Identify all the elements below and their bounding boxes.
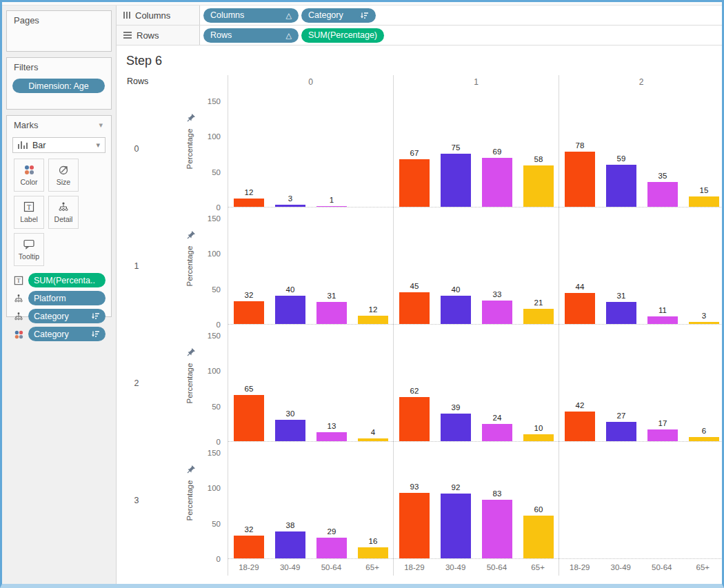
- pin-icon[interactable]: [187, 347, 196, 359]
- y-axis-title: Percentage: [185, 480, 194, 521]
- x-axis-label[interactable]: 50-64: [476, 563, 518, 576]
- bar-mark[interactable]: [275, 296, 305, 324]
- x-axis-label[interactable]: 50-64: [311, 563, 352, 576]
- x-axis-label[interactable]: 65+: [517, 563, 559, 576]
- worksheet-canvas: Step 6 Rows0120150100500Percentage123167…: [117, 45, 722, 584]
- x-axis-label[interactable]: 30-49: [601, 563, 642, 576]
- filter-pill-label: Dimension: Age: [28, 81, 89, 91]
- bar-mark[interactable]: [358, 438, 388, 441]
- bar-mark[interactable]: [316, 432, 347, 441]
- bar-mark[interactable]: [275, 531, 305, 558]
- bar-mark[interactable]: [316, 302, 347, 324]
- label-button[interactable]: T Label: [14, 196, 44, 229]
- trellis-pane: 1231: [228, 90, 393, 207]
- bar-mark[interactable]: [441, 296, 471, 324]
- bar-mark[interactable]: [565, 152, 595, 207]
- row-header[interactable]: 3: [126, 442, 147, 559]
- bar-mark[interactable]: [482, 158, 512, 207]
- bar-value-label: 30: [270, 409, 311, 418]
- bar-mark[interactable]: [482, 424, 512, 441]
- marks-pill-sum-percentage[interactable]: SUM(Percenta..: [28, 273, 105, 287]
- bar-mark[interactable]: [316, 538, 347, 558]
- color-button[interactable]: Color: [14, 159, 44, 192]
- bar-mark[interactable]: [482, 301, 512, 324]
- bar-mark[interactable]: [275, 205, 305, 207]
- x-axis-label[interactable]: 30-49: [435, 563, 476, 576]
- bar-mark[interactable]: [523, 165, 554, 207]
- detail-button[interactable]: Detail: [48, 196, 79, 229]
- bar-mark[interactable]: [565, 293, 595, 324]
- marks-pill-category-detail[interactable]: Category: [28, 309, 105, 323]
- bar-mark[interactable]: [234, 395, 264, 441]
- bar-mark[interactable]: [647, 182, 678, 207]
- bar-mark[interactable]: [234, 301, 264, 324]
- bar-mark[interactable]: [234, 536, 264, 558]
- category-field-pill-columns[interactable]: Category: [301, 8, 376, 23]
- bar-mark[interactable]: [523, 434, 554, 441]
- mark-type-dropdown[interactable]: Bar ▾: [12, 137, 105, 153]
- bar-mark[interactable]: [441, 494, 471, 558]
- bar-mark[interactable]: [606, 165, 636, 207]
- columns-field-pill[interactable]: Columns △: [203, 8, 299, 23]
- bar-mark[interactable]: [523, 516, 554, 558]
- x-axis-label[interactable]: 50-64: [641, 563, 683, 576]
- bar-mark[interactable]: [647, 316, 678, 324]
- bar-value-label: 45: [394, 282, 435, 290]
- bar-mark[interactable]: [441, 154, 471, 207]
- bar-value-label: 31: [601, 292, 642, 300]
- pages-shelf[interactable]: Pages: [6, 10, 112, 52]
- trellis-pane: 45403321: [393, 207, 559, 325]
- x-axis-label[interactable]: 18-29: [559, 563, 601, 576]
- bar-mark[interactable]: [275, 420, 305, 441]
- bar-mark[interactable]: [523, 309, 554, 324]
- columns-shelf-label: Columns: [117, 6, 200, 25]
- column-header[interactable]: 0: [228, 75, 393, 90]
- bar-mark[interactable]: [647, 429, 678, 441]
- bar-mark[interactable]: [441, 414, 471, 441]
- pin-icon[interactable]: [187, 464, 196, 476]
- bar-mark[interactable]: [358, 316, 388, 324]
- x-axis-label[interactable]: 30-49: [270, 563, 311, 576]
- x-axis-label[interactable]: 18-29: [394, 563, 435, 576]
- size-button[interactable]: Size: [48, 159, 79, 192]
- rows-field-pill[interactable]: Rows △: [203, 28, 299, 43]
- bar-value-label: 62: [394, 387, 435, 395]
- trellis-pane: 32382916: [228, 442, 393, 559]
- x-axis-label[interactable]: 18-29: [228, 563, 270, 576]
- sort-descending-icon: [361, 12, 369, 19]
- bar-mark[interactable]: [565, 412, 595, 441]
- x-axis-label[interactable]: 65+: [352, 563, 393, 576]
- bar-mark[interactable]: [399, 397, 430, 441]
- row-header[interactable]: 0: [126, 90, 147, 207]
- filters-shelf[interactable]: Filters Dimension: Age: [6, 57, 112, 110]
- marks-collapse-caret-icon[interactable]: ▾: [99, 121, 104, 130]
- pin-icon[interactable]: [187, 230, 196, 242]
- row-header[interactable]: 2: [126, 325, 147, 442]
- bar-mark[interactable]: [234, 199, 264, 207]
- bar-mark[interactable]: [689, 196, 719, 207]
- bar-mark[interactable]: [689, 437, 719, 441]
- bar-value-label: 32: [228, 525, 270, 534]
- marks-pill-platform[interactable]: Platform: [28, 291, 105, 305]
- rows-shelf-text: Rows: [137, 30, 159, 41]
- column-header[interactable]: 1: [393, 75, 559, 90]
- bar-value-label: 3: [270, 194, 311, 203]
- tooltip-button[interactable]: Tooltip: [14, 233, 44, 266]
- marks-pill-category-color[interactable]: Category: [28, 327, 105, 341]
- filter-pill-dimension-age[interactable]: Dimension: Age: [12, 79, 105, 93]
- bar-mark[interactable]: [399, 493, 430, 558]
- bar-mark[interactable]: [606, 422, 636, 441]
- svg-text:T: T: [17, 277, 21, 284]
- sum-percentage-pill[interactable]: SUM(Percentage): [301, 28, 384, 43]
- bar-mark[interactable]: [358, 547, 388, 558]
- x-axis-label[interactable]: 65+: [683, 563, 723, 576]
- bar-mark[interactable]: [399, 159, 430, 207]
- bar-mark[interactable]: [482, 500, 512, 558]
- bar-mark[interactable]: [399, 292, 430, 324]
- bar-mark[interactable]: [316, 206, 347, 207]
- bar-mark[interactable]: [689, 322, 719, 324]
- bar-mark[interactable]: [606, 302, 636, 324]
- row-header[interactable]: 1: [126, 207, 147, 325]
- column-header[interactable]: 2: [559, 75, 722, 90]
- pin-icon[interactable]: [187, 112, 196, 125]
